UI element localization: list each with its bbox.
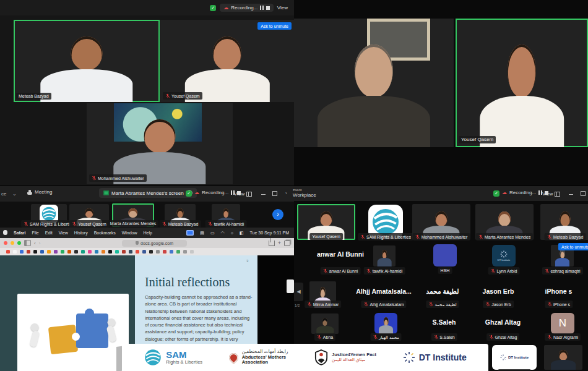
bookmark-favicon[interactable] <box>13 250 17 254</box>
previous-page-button[interactable]: ◀ <box>294 283 303 301</box>
view-button[interactable]: View <box>542 191 553 197</box>
menu-item-file[interactable]: File <box>28 231 41 235</box>
apple-icon[interactable] <box>0 230 11 236</box>
menu-item-history[interactable]: History <box>71 231 91 235</box>
slide-title: Initial reflections <box>145 275 230 289</box>
muted-mic-icon <box>544 268 549 273</box>
bookmark-favicon[interactable] <box>40 250 44 254</box>
gallery-avatar-tile[interactable]: DT Institute <box>492 245 516 267</box>
bookmark-favicon[interactable] <box>156 250 160 254</box>
pause-recording-button[interactable] <box>538 190 542 195</box>
bookmark-favicon[interactable] <box>136 250 139 254</box>
bookmark-favicon[interactable] <box>190 250 194 254</box>
bookmark-favicon[interactable] <box>33 250 37 254</box>
zoom-window-button[interactable] <box>17 241 21 245</box>
new-tab-icon[interactable]: + <box>278 240 281 246</box>
bookmark-favicon[interactable] <box>142 250 146 254</box>
bookmark-favicon[interactable] <box>149 250 153 254</box>
scrollbar-handle[interactable] <box>287 279 294 293</box>
bookmark-favicon[interactable] <box>74 250 78 254</box>
address-bar[interactable]: docs.google.com <box>122 240 187 247</box>
muted-mic-icon <box>360 234 365 239</box>
bookmark-favicon[interactable] <box>129 250 132 254</box>
bookmark-favicon[interactable] <box>6 250 10 254</box>
back-button[interactable]: ‹ <box>34 241 36 246</box>
gallery-video-tile[interactable] <box>544 345 582 370</box>
dt-institute-logo: DT Institute <box>403 351 467 364</box>
sidebar-icon[interactable] <box>24 240 31 246</box>
starry-night-painting <box>114 103 202 142</box>
gallery-avatar-tile[interactable] <box>374 313 397 334</box>
view-grid-icon[interactable] <box>246 192 252 197</box>
control-center-icon[interactable]: ◧ <box>236 231 247 236</box>
menu-item-safari[interactable]: Safari <box>11 231 28 235</box>
bookmark-favicon[interactable] <box>115 250 119 254</box>
ask-to-unmute-button[interactable]: Ask to unmute <box>257 22 292 30</box>
gallery-video-tile[interactable] <box>311 313 339 334</box>
bookmark-favicon[interactable] <box>163 250 166 254</box>
chevron-down-icon[interactable]: ⌄ <box>12 191 17 197</box>
starburst-icon <box>403 351 415 364</box>
gallery-logo-tile[interactable]: DT Institute <box>492 345 537 370</box>
forward-button[interactable]: › <box>39 241 41 246</box>
menu-item-bookmarks[interactable]: Bookmarks <box>91 231 119 235</box>
ask-to-unmute-button[interactable]: Ask to unmute <box>558 243 588 250</box>
gallery-video-tile[interactable] <box>373 245 396 267</box>
pause-recording-button[interactable] <box>260 6 264 10</box>
gallery-avatar-tile[interactable] <box>433 244 457 267</box>
menu-item-edit[interactable]: Edit <box>42 231 56 235</box>
tab-meeting[interactable]: Meeting <box>27 189 52 195</box>
video-tile-mohammed-alshuwaiter[interactable]: Mohammed Alshuwaiter <box>87 103 233 184</box>
menu-bar-clock[interactable]: Tue 30 Sep 9:11 PM <box>247 231 294 235</box>
bookmark-favicon[interactable] <box>95 250 98 254</box>
video-tile-meteab-bazyad[interactable]: Meteab Bazyad <box>14 20 160 102</box>
participant-display-name: Alhjj Amatalsala... <box>356 288 411 295</box>
zoom-window-titlebar: ce ⌄ Meeting Marta Abrantes Mendes's scr… <box>0 186 588 202</box>
bookmark-favicon[interactable] <box>183 250 187 254</box>
tab-shared-screen[interactable]: Marta Abrantes Mendes's screen − <box>99 188 197 198</box>
video-tile-speaker[interactable] <box>294 19 454 147</box>
muted-mic-icon <box>92 176 97 181</box>
bookmark-favicon[interactable] <box>122 250 126 254</box>
bookmark-favicon[interactable] <box>176 250 180 254</box>
view-button[interactable]: View <box>277 5 288 11</box>
maximize-button[interactable] <box>272 191 277 196</box>
screen-recording-indicator-icon[interactable] <box>183 230 197 236</box>
maximize-button[interactable] <box>581 191 586 196</box>
menu-item-window[interactable]: Window <box>119 231 141 235</box>
close-window-button[interactable] <box>4 241 7 245</box>
view-grid-icon[interactable] <box>555 192 560 197</box>
share-icon[interactable] <box>269 241 275 246</box>
bookmark-favicon[interactable] <box>54 250 58 254</box>
minimize-button[interactable] <box>261 194 266 195</box>
bookmark-favicon[interactable] <box>81 250 85 254</box>
menu-item-help[interactable]: Help <box>141 231 155 235</box>
wifi-icon[interactable]: ◠ <box>218 231 228 236</box>
bookmark-favicon[interactable] <box>108 250 112 254</box>
next-participants-button[interactable]: › <box>272 209 283 220</box>
video-tile-yousef-qasem-large[interactable]: Yousef Qasem <box>456 19 588 147</box>
minimize-window-button[interactable] <box>11 241 14 245</box>
menu-item-view[interactable]: View <box>56 231 71 235</box>
participant-name-label: Abha <box>314 333 335 341</box>
participant-name-label: SAM Rights & Liberties <box>358 233 413 241</box>
stop-recording-button[interactable] <box>266 6 270 10</box>
tab-overview-icon[interactable] <box>284 241 290 246</box>
minimize-button[interactable] <box>569 194 573 195</box>
search-icon[interactable]: ○ <box>228 231 236 235</box>
view-button[interactable]: View <box>234 191 244 197</box>
bookmark-favicon[interactable] <box>27 250 30 254</box>
bookmark-favicon[interactable] <box>20 250 24 254</box>
red-drop-icon <box>227 351 240 364</box>
bookmark-favicon[interactable] <box>170 250 173 254</box>
bookmark-favicon[interactable] <box>88 250 92 254</box>
chevron-right-icon[interactable]: › <box>285 190 287 196</box>
gallery-avatar-tile[interactable]: N <box>551 313 574 334</box>
bookmark-favicon[interactable] <box>67 250 71 254</box>
bookmark-favicon[interactable] <box>102 250 105 254</box>
bookmark-favicon[interactable] <box>61 250 64 254</box>
bookmark-favicon[interactable] <box>47 250 51 254</box>
display-icon[interactable]: ▤ <box>197 231 207 236</box>
participant-name-label: لطيفة محمد <box>426 301 459 308</box>
video-tile-yousef-qasem[interactable]: Ask to unmute Yousef Qasem <box>160 20 294 102</box>
